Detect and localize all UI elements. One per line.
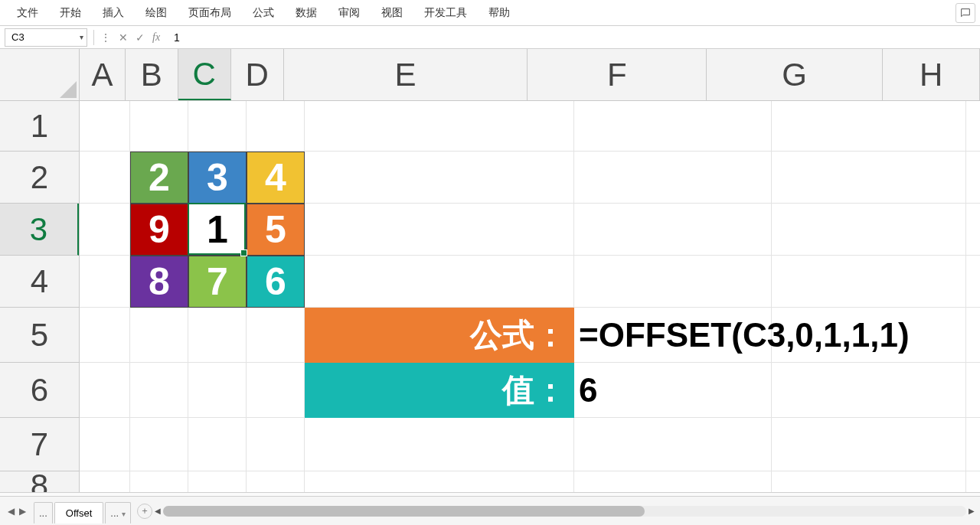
cell[interactable]: [966, 101, 980, 152]
tile-B3[interactable]: 9: [130, 204, 188, 256]
cell[interactable]: [80, 418, 130, 471]
row-header-3[interactable]: 3: [0, 204, 79, 256]
menu-item-0[interactable]: 文件: [6, 2, 49, 24]
comments-icon[interactable]: [956, 3, 975, 23]
tile-D2[interactable]: 4: [247, 152, 305, 204]
cell[interactable]: [188, 471, 247, 493]
cell[interactable]: [305, 152, 574, 204]
formula-text-cell[interactable]: =OFFSET(C3,0,1,1,1): [574, 308, 910, 363]
cell[interactable]: [966, 363, 980, 418]
cell[interactable]: [130, 308, 188, 363]
column-header-C[interactable]: C: [178, 49, 231, 100]
scroll-thumb[interactable]: [163, 506, 645, 517]
menu-item-1[interactable]: 开始: [49, 2, 92, 24]
select-all-corner[interactable]: [0, 49, 80, 101]
column-header-D[interactable]: D: [231, 49, 284, 100]
row-header-1[interactable]: 1: [0, 101, 79, 152]
cell[interactable]: [130, 101, 188, 152]
scroll-right-icon[interactable]: ▶: [966, 506, 977, 517]
cell[interactable]: [966, 308, 980, 363]
menu-item-2[interactable]: 插入: [92, 2, 135, 24]
row-header-5[interactable]: 5: [0, 308, 79, 363]
column-header-A[interactable]: A: [80, 49, 126, 100]
cell[interactable]: [80, 308, 130, 363]
cell[interactable]: [574, 363, 772, 418]
formula-input[interactable]: [160, 31, 980, 44]
cell[interactable]: [772, 101, 966, 152]
cancel-icon[interactable]: ✕: [119, 31, 128, 44]
row-header-7[interactable]: 7: [0, 418, 79, 471]
cell[interactable]: [80, 152, 130, 204]
cell[interactable]: [772, 418, 966, 471]
cell[interactable]: [188, 101, 247, 152]
cell[interactable]: [574, 101, 772, 152]
confirm-icon[interactable]: ✓: [136, 31, 145, 44]
cell[interactable]: [305, 471, 574, 493]
cell[interactable]: [247, 308, 305, 363]
cell[interactable]: [80, 363, 130, 418]
cell[interactable]: [130, 418, 188, 471]
cell[interactable]: [772, 471, 966, 493]
tile-C3[interactable]: 1: [188, 204, 247, 256]
cell-grid[interactable]: 234915876公式：值：=OFFSET(C3,0,1,1,1)6: [80, 101, 980, 492]
column-header-G[interactable]: G: [707, 49, 883, 100]
name-box[interactable]: C3 ▾: [5, 28, 87, 47]
menu-item-9[interactable]: 开发工具: [413, 2, 478, 24]
row-header-8[interactable]: 8: [0, 471, 79, 493]
cell[interactable]: [130, 363, 188, 418]
cell[interactable]: [772, 152, 966, 204]
cell[interactable]: [966, 418, 980, 471]
cell[interactable]: [188, 418, 247, 471]
tile-B4[interactable]: 8: [130, 256, 188, 308]
cell[interactable]: [247, 418, 305, 471]
value-text-cell[interactable]: 6: [574, 363, 597, 418]
nav-next-icon[interactable]: ▶: [19, 506, 26, 517]
tile-C4[interactable]: 7: [188, 256, 247, 308]
cell[interactable]: [247, 363, 305, 418]
cell[interactable]: [80, 256, 130, 308]
column-header-H[interactable]: H: [883, 49, 980, 100]
cell[interactable]: [966, 204, 980, 256]
cell[interactable]: [772, 204, 966, 256]
vertical-dots-icon[interactable]: ⋮: [100, 31, 111, 44]
cell[interactable]: [966, 256, 980, 308]
menu-item-5[interactable]: 公式: [242, 2, 285, 24]
cell[interactable]: [574, 256, 772, 308]
column-header-B[interactable]: B: [126, 49, 178, 100]
nav-prev-icon[interactable]: ◀: [8, 506, 15, 517]
cell[interactable]: [305, 256, 574, 308]
menu-item-4[interactable]: 页面布局: [178, 2, 242, 24]
value-label-cell[interactable]: 值：: [305, 363, 574, 418]
cell[interactable]: [247, 101, 305, 152]
menu-item-10[interactable]: 帮助: [478, 2, 521, 24]
cell[interactable]: [247, 471, 305, 493]
horizontal-scrollbar[interactable]: ◀ ▶: [163, 506, 966, 517]
cell[interactable]: [574, 418, 772, 471]
row-header-4[interactable]: 4: [0, 256, 79, 308]
cell[interactable]: [80, 471, 130, 493]
row-header-2[interactable]: 2: [0, 152, 79, 204]
menu-item-6[interactable]: 数据: [285, 2, 328, 24]
sheet-tab-collapsed-right[interactable]: ...▾: [105, 502, 131, 523]
menu-item-8[interactable]: 视图: [371, 2, 413, 24]
tile-D3[interactable]: 5: [247, 204, 305, 256]
cell[interactable]: [772, 256, 966, 308]
cell[interactable]: [188, 308, 247, 363]
sheet-tab-collapsed-left[interactable]: ...: [34, 502, 53, 523]
formula-label-cell[interactable]: 公式：: [305, 308, 574, 363]
cell[interactable]: [574, 152, 772, 204]
cell[interactable]: [188, 363, 247, 418]
menu-item-3[interactable]: 绘图: [135, 2, 178, 24]
menu-item-7[interactable]: 审阅: [328, 2, 371, 24]
cell[interactable]: [966, 471, 980, 493]
row-header-6[interactable]: 6: [0, 363, 79, 418]
add-sheet-button[interactable]: ＋: [137, 504, 152, 519]
cell[interactable]: [574, 471, 772, 493]
cell[interactable]: [305, 204, 574, 256]
cell[interactable]: [305, 418, 574, 471]
sheet-tab-active[interactable]: Offset: [54, 502, 103, 523]
cell[interactable]: [772, 363, 966, 418]
scroll-left-icon[interactable]: ◀: [152, 506, 163, 517]
column-header-E[interactable]: E: [284, 49, 528, 100]
tile-D4[interactable]: 6: [247, 256, 305, 308]
